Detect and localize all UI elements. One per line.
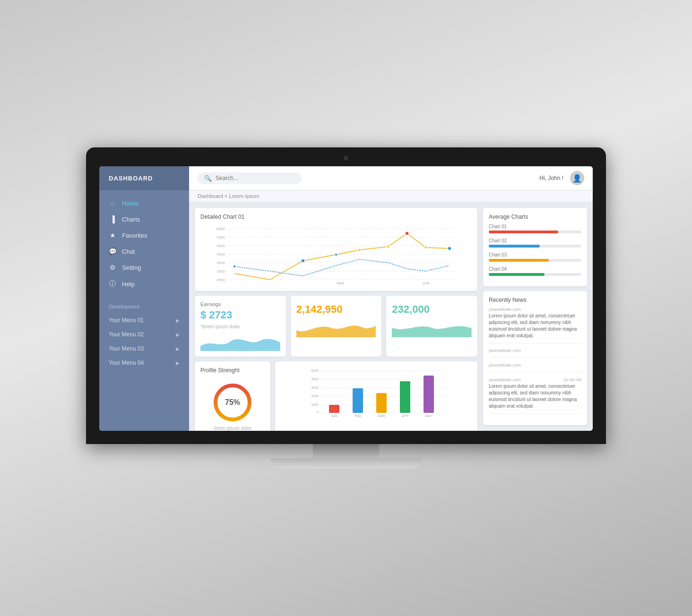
sidebar-menu-4[interactable]: Your Menu 04 ▶	[99, 356, 189, 370]
sidebar-item-setting[interactable]: ⚙ Setting	[99, 259, 189, 275]
svg-text:JUN: JUN	[422, 281, 430, 285]
avatar: 👤	[570, 171, 584, 185]
news-url-1: yourwebsite.com	[489, 348, 581, 353]
average-charts-card: Average Charts Chart 01 Chart 02	[483, 208, 587, 286]
sidebar-label-favorites: Favorites	[122, 232, 147, 239]
sidebar-title: DASHBOARD	[99, 166, 189, 190]
camera	[344, 156, 348, 161]
star-icon: ★	[109, 231, 116, 239]
sidebar-item-chat[interactable]: 💬 Chat	[99, 243, 189, 259]
svg-point-19	[387, 245, 389, 248]
svg-text:4500: 4500	[216, 244, 225, 248]
sidebar-label-setting: Setting	[122, 264, 141, 271]
average-charts-title: Average Charts	[489, 214, 581, 220]
svg-text:2500: 2500	[216, 278, 225, 282]
svg-rect-43	[424, 376, 434, 413]
sidebar-label-help: Help	[122, 281, 135, 288]
profile-title: Profile Strenght	[200, 367, 265, 374]
sidebar-label-chat: Chat	[122, 248, 135, 255]
svg-rect-42	[400, 381, 410, 413]
content-area: Detailed Chart 01	[189, 202, 593, 431]
svg-text:JAN: JAN	[331, 414, 337, 418]
sidebar-item-help[interactable]: ⓘ Help	[99, 275, 189, 292]
avg-bar-track-1	[489, 245, 581, 248]
metric-card-earnings: Earnings $ 2723 *lorem ipsum dolor	[195, 296, 286, 357]
svg-text:MAY: MAY	[337, 281, 345, 285]
line-chart: 6000 5000 4500 4000 3500 3000 2500 MAY J…	[200, 224, 472, 285]
news-item-3: yourwebsite.com 10:30 AM Lorem ipsum dol…	[489, 377, 581, 414]
gear-icon: ⚙	[109, 264, 116, 271]
svg-rect-39	[329, 405, 339, 413]
svg-rect-40	[353, 388, 363, 413]
chat-icon: 💬	[109, 248, 116, 255]
chevron-icon: ▶	[176, 360, 180, 366]
svg-text:MAY: MAY	[425, 414, 432, 418]
avg-bar-track-2	[489, 259, 581, 262]
wave-0	[200, 332, 280, 351]
content-left: Detailed Chart 01	[195, 208, 477, 425]
avg-bar-track-3	[489, 273, 581, 276]
avg-bar-track-0	[489, 231, 581, 233]
home-icon: ⌂	[109, 199, 116, 207]
search-box[interactable]: 🔍	[198, 172, 302, 184]
sidebar-label-charts: Charts	[122, 216, 140, 223]
content-right: Average Charts Chart 01 Chart 02	[483, 208, 587, 425]
svg-text:APR: APR	[402, 414, 408, 418]
svg-point-18	[358, 248, 361, 251]
monitor-stand-neck	[313, 444, 379, 458]
wave-2	[392, 318, 472, 337]
avg-bar-fill-1	[489, 245, 540, 248]
profile-card: Profile Strenght	[195, 361, 270, 431]
news-timestamp-3: 10:30 AM	[563, 377, 581, 382]
chevron-icon: ▶	[176, 346, 180, 351]
sidebar-menu-1[interactable]: Your Menu 01 ▶	[99, 313, 189, 327]
news-item-2: yourwebsite.com	[489, 363, 581, 373]
avg-bar-label-3: Chart 04	[489, 266, 581, 272]
avg-bar-label-1: Chart 02	[489, 238, 581, 243]
metric-label-0: Earnings	[200, 301, 280, 307]
metric-card-3: 232,000	[386, 296, 477, 357]
charts-icon: ▐	[109, 215, 116, 223]
sidebar-menu-2[interactable]: Your Menu 02 ▶	[99, 327, 189, 342]
news-text-3: Lorem ipsum dolor sit amet, consectetuer…	[489, 383, 581, 410]
sidebar-nav: ⌂ Home ▐ Charts ★ Favorites 💬 Chat	[99, 190, 189, 297]
metric-value-2: 232,000	[392, 303, 472, 316]
news-url-3: yourwebsite.com 10:30 AM	[489, 377, 581, 382]
sidebar-menu-3[interactable]: Your Menu 03 ▶	[99, 342, 189, 356]
main-content: 🔍 Hi, John ! 👤 Dashboard > Lorem Ipsum D…	[189, 166, 593, 431]
svg-text:6000: 6000	[216, 227, 225, 231]
svg-point-16	[301, 259, 305, 263]
chevron-icon: ▶	[176, 318, 180, 323]
avg-bar-2: Chart 03	[489, 252, 581, 262]
svg-text:75%: 75%	[225, 398, 240, 406]
sidebar-label-home: Home	[122, 200, 138, 207]
greeting-text: Hi, John !	[539, 175, 563, 181]
sidebar-item-favorites[interactable]: ★ Favorites	[99, 227, 189, 243]
news-item-0: yourwebsite.com Lorem ipsum dolor sit am…	[489, 307, 581, 343]
metrics-row: Earnings $ 2723 *lorem ipsum dolor	[195, 296, 477, 357]
svg-text:3000: 3000	[216, 269, 225, 274]
svg-point-17	[335, 253, 337, 256]
screen: DASHBOARD ⌂ Home ▐ Charts ★ Favorites	[99, 166, 593, 431]
avg-bar-fill-0	[489, 231, 558, 233]
svg-text:4000: 4000	[216, 252, 225, 257]
bar-chart-card: 6000 4000 3000 2000 1000 0	[275, 361, 477, 431]
avg-bar-fill-3	[489, 273, 545, 276]
svg-text:FEB: FEB	[355, 414, 361, 418]
svg-rect-41	[376, 393, 387, 413]
sidebar: DASHBOARD ⌂ Home ▐ Charts ★ Favorites	[99, 166, 189, 431]
svg-text:MAR: MAR	[378, 414, 385, 418]
sidebar-item-charts[interactable]: ▐ Charts	[99, 211, 189, 227]
svg-point-20	[405, 231, 409, 235]
wave-1	[296, 318, 376, 337]
metric-sub-0: *lorem ipsum dolor	[200, 324, 280, 329]
avg-bar-label-2: Chart 03	[489, 252, 581, 257]
svg-text:5000: 5000	[216, 235, 225, 240]
info-icon: ⓘ	[109, 280, 116, 288]
search-input[interactable]	[216, 175, 291, 181]
news-title: Recently News	[489, 297, 581, 303]
sidebar-item-home[interactable]: ⌂ Home	[99, 195, 189, 211]
metric-card-2: 2,142,950	[291, 296, 382, 357]
monitor-stand-base	[270, 458, 422, 469]
svg-text:0: 0	[317, 411, 319, 414]
